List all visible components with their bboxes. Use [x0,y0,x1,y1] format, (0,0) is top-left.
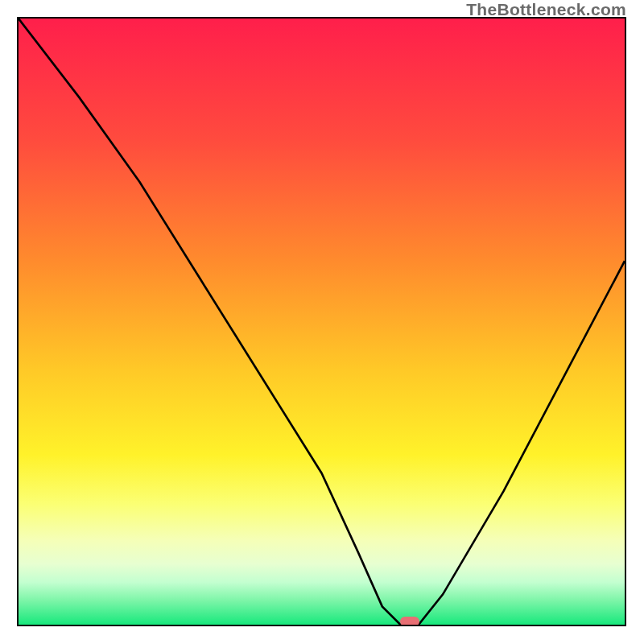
bottleneck-curve-path [19,19,625,625]
bottleneck-curve [19,19,625,625]
chart-frame [17,17,626,626]
optimum-marker [400,617,419,626]
